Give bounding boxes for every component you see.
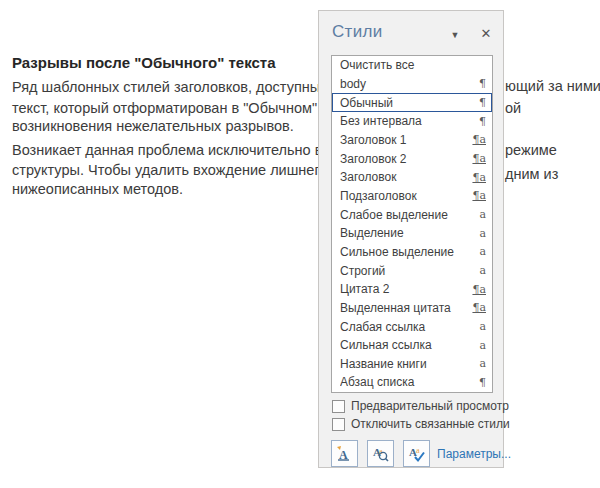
document-text: Ряд шаблонных стилей заголовков, доступн… — [12, 79, 343, 95]
style-item-label: Обычный — [340, 96, 479, 110]
style-item-label: Заголовок 1 — [340, 133, 472, 147]
character-style-icon: a — [479, 339, 486, 352]
character-style-icon: a — [479, 245, 486, 258]
style-item-no-spacing[interactable]: Без интервала ¶ — [332, 112, 492, 131]
document-line-fragment: ющий за ними — [505, 78, 600, 94]
pane-title: Стили — [332, 22, 382, 42]
new-style-icon: A — [335, 444, 354, 463]
character-style-icon: a — [479, 357, 486, 370]
disable-linked-checkbox-label: Отключить связанные стили — [351, 417, 510, 431]
styles-list: Очистить все body ¶ Обычный ¶ Без интерв… — [331, 55, 493, 393]
style-inspector-icon: A a — [371, 444, 390, 463]
document-line: текст, который отформатирован в "Обычном… — [12, 100, 364, 116]
document-line: Ряд шаблонных стилей заголовков, доступн… — [12, 79, 369, 95]
pane-close-button[interactable]: ✕ — [474, 22, 498, 46]
style-item-subtle-emphasis[interactable]: Слабое выделение a — [332, 205, 492, 224]
style-item-label: Без интервала — [340, 114, 479, 128]
new-style-button[interactable]: A — [331, 440, 358, 467]
style-item-label: Подзаголовок — [340, 189, 472, 203]
style-item-label: Слабая ссылка — [340, 320, 479, 334]
document-line-fragment: дним из — [505, 166, 558, 182]
document-line: Возникает данная проблема исключительно … — [12, 142, 369, 158]
chevron-down-icon: ▼ — [451, 30, 460, 40]
character-style-icon: a — [479, 320, 486, 333]
linked-style-icon: ¶a — [472, 189, 486, 202]
paragraph-style-icon: ¶ — [479, 77, 486, 90]
style-item-label: Выделенная цитата — [340, 301, 472, 315]
style-item-title[interactable]: Заголовок ¶a — [332, 168, 492, 187]
style-item-normal-selected[interactable]: Обычный ¶ — [332, 93, 492, 112]
style-item-intense-quote[interactable]: Выделенная цитата ¶a — [332, 299, 492, 318]
style-inspector-button[interactable]: A a — [367, 440, 394, 467]
style-item-label: Заголовок 2 — [340, 152, 472, 166]
character-style-icon: a — [479, 264, 486, 277]
style-item-subtle-reference[interactable]: Слабая ссылка a — [332, 317, 492, 336]
style-item-label: Сильное выделение — [340, 245, 479, 259]
preview-checkbox[interactable] — [332, 400, 345, 413]
linked-style-icon: ¶a — [472, 301, 486, 314]
character-style-icon: a — [479, 208, 486, 221]
style-item-quote2[interactable]: Цитата 2 ¶a — [332, 280, 492, 299]
manage-styles-button[interactable]: A a — [403, 440, 430, 467]
character-style-icon: a — [479, 227, 486, 240]
linked-style-icon: ¶a — [472, 133, 486, 146]
styles-pane: Стили ▼ ✕ Очистить все body ¶ Обычный ¶ … — [318, 10, 504, 468]
linked-style-icon: ¶a — [472, 152, 486, 165]
paragraph-style-icon: ¶ — [479, 115, 486, 128]
paragraph-style-icon: ¶ — [479, 376, 486, 389]
style-item-intense-reference[interactable]: Сильная ссылка a — [332, 336, 492, 355]
document-line-fragment: режиме — [505, 142, 557, 158]
style-item-list-paragraph[interactable]: Абзац списка ¶ — [332, 373, 492, 392]
style-item-label: Очистить все — [340, 58, 486, 72]
preview-checkbox-label: Предварительный просмотр — [351, 399, 509, 413]
options-link[interactable]: Параметры... — [437, 447, 511, 461]
style-item-label: body — [340, 77, 479, 91]
paragraph-style-icon: ¶ — [479, 96, 486, 109]
style-item-label: Название книги — [340, 357, 479, 371]
pane-dropdown-button[interactable]: ▼ — [444, 25, 466, 45]
style-item-heading2[interactable]: Заголовок 2 ¶a — [332, 149, 492, 168]
style-item-label: Слабое выделение — [340, 208, 479, 222]
document-line-fragment: ой — [505, 100, 521, 116]
style-item-label: Выделение — [340, 226, 479, 240]
style-item-label: Сильная ссылка — [340, 338, 479, 352]
disable-linked-checkbox[interactable] — [332, 418, 345, 431]
svg-text:a: a — [416, 446, 420, 455]
style-item-body[interactable]: body ¶ — [332, 75, 492, 94]
document-line: возникновения нежелательных разрывов. — [12, 118, 294, 134]
style-item-strong[interactable]: Строгий a — [332, 261, 492, 280]
document-heading: Разрывы после "Обычного" текста — [12, 54, 275, 71]
close-icon: ✕ — [481, 26, 492, 41]
linked-style-icon: ¶a — [472, 283, 486, 296]
style-item-book-title[interactable]: Название книги a — [332, 355, 492, 374]
style-item-intense-emphasis[interactable]: Сильное выделение a — [332, 243, 492, 262]
style-item-label: Строгий — [340, 264, 479, 278]
style-item-heading1[interactable]: Заголовок 1 ¶a — [332, 131, 492, 150]
style-item-label: Заголовок — [340, 170, 472, 184]
style-item-label: Абзац списка — [340, 375, 479, 389]
document-line: нижеописанных методов. — [12, 181, 183, 197]
style-item-label: Цитата 2 — [340, 282, 472, 296]
preview-checkbox-row[interactable]: Предварительный просмотр — [332, 399, 509, 413]
linked-style-icon: ¶a — [472, 171, 486, 184]
style-item-subtitle[interactable]: Подзаголовок ¶a — [332, 187, 492, 206]
disable-linked-checkbox-row[interactable]: Отключить связанные стили — [332, 417, 510, 431]
style-item-emphasis[interactable]: Выделение a — [332, 224, 492, 243]
manage-styles-icon: A a — [407, 444, 426, 463]
style-item-clear-all[interactable]: Очистить все — [332, 56, 492, 75]
